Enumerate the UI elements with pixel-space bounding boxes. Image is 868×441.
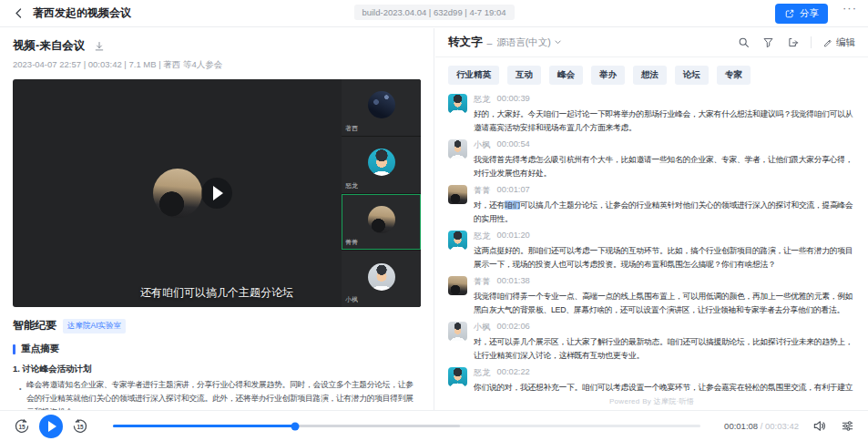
speaker-name: 怒龙 [474,367,491,379]
smart-summary: 智能纪要 达摩院AI实验室 重点摘要 1. 讨论峰会活动计划 峰会将邀请知名企业… [13,318,421,410]
filter-button[interactable] [762,36,775,49]
transcript-message[interactable]: 菁菁00:01:38 我觉得咱们得弄一个专业一点、高端一点的线上氛围布置上，可以… [448,276,855,316]
video-stage [13,79,342,307]
powered-by-label: Powered By 达摩院·听悟 [435,396,868,410]
download-icon [94,41,105,52]
keyword-tag[interactable]: 想法 [633,66,667,85]
source-language-selector[interactable]: 源语言(中文) [496,36,562,49]
export-button[interactable] [787,36,800,49]
message-timestamp[interactable]: 00:02:22 [497,367,530,379]
participant-tile[interactable]: 怒龙 [342,137,421,193]
message-timestamp[interactable]: 00:00:54 [497,139,530,151]
playback-settings-button[interactable] [841,419,855,434]
message-timestamp[interactable]: 00:01:38 [497,276,530,288]
participant-name: 怒龙 [345,181,358,190]
keyword-tags: 行业精英 互动 峰会 举办 想法 论坛 专家 [435,57,868,91]
speaker-avatar [448,231,467,250]
video-title: 视频-来自会议 [13,38,85,54]
progress-bar[interactable] [113,425,700,427]
message-timestamp[interactable]: 00:00:39 [497,94,530,106]
share-button[interactable]: 分享 [775,4,828,24]
message-text: 这两点挺好的。那咱们还可以考虑一下现场的互动环节。比如，搞个行业创新项目的路演，… [474,244,855,271]
participant-avatar [368,91,395,118]
message-text: 好的，大家好。今天咱们一起讨论一下即将举办的那场行业峰会，大家有什么想法和建议吗… [474,108,855,134]
message-text: 你们说的对，我还想补充一下。咱们可以考虑设置一个晚宴环节，让参会嘉宾在轻松的氛围… [474,381,855,396]
more-menu-button[interactable]: ··· [842,1,857,15]
participant-tile-active-speaker[interactable]: 菁菁 [342,194,421,251]
ai-lab-badge: 达摩院AI实验室 [63,319,126,333]
transcript-message[interactable]: 小枫00:02:06 对，还可以弄几个展示区，让大家了解行业的最新动态。咱们还可… [448,322,855,362]
svg-text:15: 15 [77,423,84,429]
transcript-header: 转文字 – 源语言(中文) 编辑 [435,28,868,57]
active-speaker-avatar [153,169,202,218]
transcript-message[interactable]: 怒龙00:02:22 你们说的对，我还想补充一下。咱们可以考虑设置一个晚宴环节，… [448,367,855,396]
participant-tile[interactable]: 小枫 [342,251,421,307]
filter-icon [762,36,774,48]
transcript-message[interactable]: 小枫00:00:54 我觉得首先得考虑怎么吸引杭州有个大牛，比如邀请一些知名的企… [448,139,855,179]
time-display: 00:01:08 / 00:03:42 [724,421,799,431]
keyword-tag[interactable]: 举办 [591,66,625,85]
message-timestamp[interactable]: 00:01:20 [497,231,530,242]
meeting-video-app: 著西发起的视频会议 build-2023.04.04 | 632d99 | 4-… [0,0,868,441]
progress-handle[interactable] [291,422,299,430]
source-language-label: 源语言(中文) [496,36,551,49]
keyword-tag[interactable]: 专家 [717,66,751,85]
section-title: 重点摘要 [21,343,59,355]
speaker-avatar [448,94,467,113]
message-text: 对，还可以弄几个展示区，让大家了解行业的最新动态。咱们还可以搞援助论坛，比如探讨… [474,335,855,362]
export-icon [787,36,799,48]
transcript-message[interactable]: 菁菁00:01:07 对，还有咱们可以搞几个主题分论坛，让参会的行业精英针对他们… [448,185,855,225]
speaker-name: 小枫 [474,139,491,151]
video-play-overlay-button[interactable] [201,178,232,209]
summary-item: 1. 讨论峰会活动计划 峰会将邀请知名企业家、专家学者进行主题演讲，分享行业心得… [13,364,421,410]
tune-sliders-icon [841,419,854,433]
volume-button[interactable] [812,419,827,434]
transcript-message[interactable]: 怒龙00:01:20 这两点挺好的。那咱们还可以考虑一下现场的互动环节。比如，搞… [448,231,855,271]
dash: – [487,37,493,48]
summary-title: 智能纪要 [13,318,56,333]
speaker-avatar [448,276,467,295]
forward-15-button[interactable]: 15 [71,417,89,436]
edit-pencil-icon [822,37,832,47]
forward-15-icon: 15 [71,417,89,436]
transcript-panel: 转文字 – 源语言(中文) 编辑 行业精英 互动 [435,28,868,410]
participant-avatar [368,263,395,291]
search-button[interactable] [738,36,751,49]
top-bar: 著西发起的视频会议 build-2023.04.04 | 632d99 | 4-… [0,0,868,27]
speaker-name: 小枫 [474,322,491,333]
item-body: 峰会将邀请知名企业家、专家学者进行主题演讲，分享行业心得和发展趋势。同时，会设立… [19,378,421,410]
video-meta: 2023-04-07 22:57 | 00:03:42 | 7.1 MB | 著… [13,59,421,71]
keyword-tag[interactable]: 峰会 [549,66,583,85]
participant-name: 著西 [345,124,358,133]
transcript-message[interactable]: 怒龙00:00:39 好的，大家好。今天咱们一起讨论一下即将举办的那场行业峰会，… [448,94,855,134]
total-time: 00:03:42 [765,421,799,431]
message-text: 对，还有咱们可以搞几个主题分论坛，让参会的行业精英针对他们关心的领域进行深入的探… [474,199,855,225]
transcript-messages: 怒龙00:00:39 好的，大家好。今天咱们一起讨论一下即将举办的那场行业峰会，… [435,91,868,396]
speaker-avatar [448,322,467,341]
participant-tile[interactable]: 著西 [342,79,421,136]
video-panel: 视频-来自会议 2023-04-07 22:57 | 00:03:42 | 7.… [0,28,434,410]
edit-button[interactable]: 编辑 [822,36,855,49]
back-button[interactable] [13,7,25,19]
edit-label: 编辑 [836,36,855,49]
keyword-tag[interactable]: 互动 [507,66,541,85]
play-button[interactable] [39,415,63,438]
search-highlight: 咱们 [505,200,520,210]
speaker-name: 怒龙 [474,231,491,242]
keyword-tag[interactable]: 论坛 [675,66,709,85]
speaker-name: 菁菁 [474,276,491,288]
current-time: 00:01:08 [724,421,758,431]
speaker-name: 怒龙 [474,94,491,106]
chevron-down-icon [554,38,562,46]
keyword-tag[interactable]: 行业精英 [448,66,499,85]
message-timestamp[interactable]: 00:01:07 [497,185,530,197]
build-info-badge: build-2023.04.04 | 632d99 | 4-7 19:04 [353,5,514,20]
download-button[interactable] [94,41,105,52]
rewind-15-button[interactable]: 15 [13,417,31,436]
video-player[interactable]: 著西 怒龙 菁菁 小枫 还有咱们可以搞几个主题分论坛 [13,79,421,307]
rewind-15-icon: 15 [13,417,31,436]
participant-avatar [368,206,395,233]
message-timestamp[interactable]: 00:02:06 [497,322,530,333]
transcript-title: 转文字 [448,35,483,50]
share-label: 分享 [800,7,819,20]
